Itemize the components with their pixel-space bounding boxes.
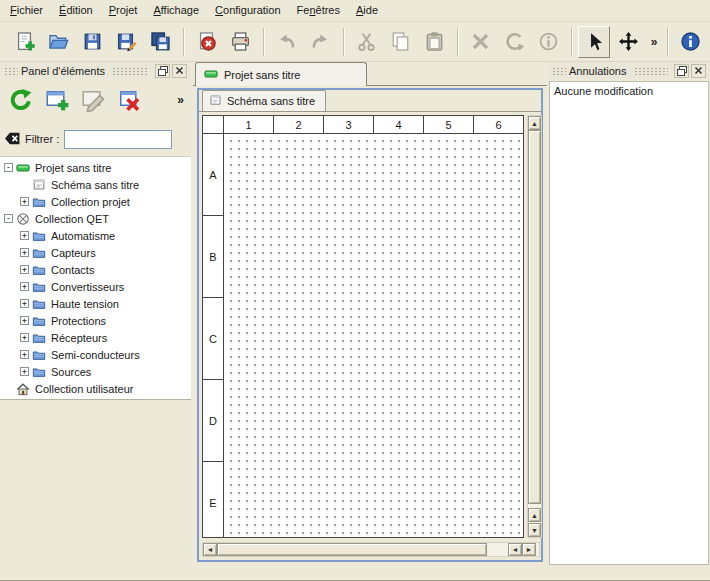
filter-input[interactable] bbox=[64, 130, 172, 149]
float-dock-icon[interactable] bbox=[155, 64, 170, 78]
tab-schema-sans-titre[interactable]: Schéma sans titre bbox=[202, 90, 326, 111]
panel-overflow-icon[interactable]: » bbox=[177, 93, 184, 107]
scroll-up-icon[interactable]: ▲ bbox=[528, 116, 541, 130]
new-document-icon bbox=[14, 31, 35, 52]
menu-fichier[interactable]: Fichier bbox=[2, 1, 51, 20]
tree-item-protections[interactable]: +Protections bbox=[0, 312, 191, 329]
menu-dition[interactable]: Édition bbox=[51, 1, 101, 20]
horizontal-scroll-thumb[interactable] bbox=[217, 543, 487, 556]
toolbar-overflow-icon[interactable]: » bbox=[646, 28, 662, 56]
tree-item-collection-projet[interactable]: +Collection projet bbox=[0, 193, 191, 210]
copy-button[interactable] bbox=[384, 26, 416, 58]
diagram-subwindow: Schéma sans titre 123456 ABCDE ▲ ▲ ▼ bbox=[197, 88, 543, 562]
qet-icon bbox=[16, 212, 30, 226]
dock-grip bbox=[634, 67, 669, 75]
menu-aide[interactable]: Aide bbox=[348, 1, 386, 20]
scroll-left-secondary-icon[interactable]: ◄ bbox=[508, 543, 522, 556]
cut-icon bbox=[356, 31, 377, 52]
new-document-button[interactable] bbox=[8, 26, 40, 58]
reload-collections-button[interactable] bbox=[5, 84, 37, 116]
expand-icon[interactable]: + bbox=[20, 231, 29, 240]
expand-icon[interactable]: + bbox=[20, 299, 29, 308]
expand-icon[interactable]: + bbox=[20, 316, 29, 325]
horizontal-scrollbar[interactable]: ◄ ◄ ► bbox=[202, 542, 540, 557]
menu-projet[interactable]: Projet bbox=[101, 1, 146, 20]
expand-icon[interactable]: + bbox=[20, 248, 29, 257]
diagram-grid[interactable] bbox=[224, 134, 523, 537]
clear-filter-icon[interactable] bbox=[4, 130, 21, 149]
expand-icon[interactable]: + bbox=[20, 350, 29, 359]
save-all-icon bbox=[150, 31, 171, 52]
undo-panel-dock: Annulations Aucune modification bbox=[548, 62, 710, 581]
tree-item-projet-sans-titre[interactable]: -Projet sans titre bbox=[0, 159, 191, 176]
save-all-button[interactable] bbox=[144, 26, 176, 58]
close-dock-icon[interactable] bbox=[691, 64, 706, 78]
menu-fen-tres[interactable]: Fenêtres bbox=[289, 1, 348, 20]
select-mode-button[interactable] bbox=[578, 26, 610, 58]
folder-icon bbox=[32, 348, 46, 362]
folder-icon bbox=[32, 229, 48, 243]
pan-mode-icon bbox=[618, 31, 639, 52]
save-as-button[interactable] bbox=[110, 26, 142, 58]
ruler-column-1: 1 bbox=[224, 116, 274, 133]
tree-item-sch-ma-sans-titre[interactable]: Schéma sans titre bbox=[0, 176, 191, 193]
elements-panel-titlebar[interactable]: Panel d'éléments bbox=[0, 62, 191, 79]
menu-configuration[interactable]: Configuration bbox=[207, 1, 288, 20]
new-element-button[interactable] bbox=[41, 84, 73, 116]
expand-icon[interactable]: + bbox=[20, 367, 29, 376]
undo-panel-titlebar[interactable]: Annulations bbox=[548, 62, 710, 79]
project-icon bbox=[16, 161, 32, 175]
menu-affichage[interactable]: Affichage bbox=[145, 1, 207, 20]
selection-info-button[interactable] bbox=[532, 26, 564, 58]
tree-item-sources[interactable]: +Sources bbox=[0, 363, 191, 380]
tree-item-capteurs[interactable]: +Capteurs bbox=[0, 244, 191, 261]
pan-mode-button[interactable] bbox=[612, 26, 644, 58]
open-project-button[interactable] bbox=[42, 26, 74, 58]
tab-projet-sans-titre[interactable]: Projet sans titre bbox=[195, 62, 367, 86]
vertical-scrollbar[interactable]: ▲ ▲ ▼ bbox=[527, 115, 542, 538]
tree-item-r-cepteurs[interactable]: +Récepteurs bbox=[0, 329, 191, 346]
tree-item-collection-qet[interactable]: -Collection QET bbox=[0, 210, 191, 227]
tree-item-label: Schéma sans titre bbox=[51, 179, 139, 191]
expand-icon[interactable]: + bbox=[20, 333, 29, 342]
schema-icon bbox=[209, 94, 222, 109]
about-qet-button[interactable] bbox=[674, 26, 706, 58]
collapse-icon[interactable]: - bbox=[4, 163, 13, 172]
tree-item-convertisseurs[interactable]: +Convertisseurs bbox=[0, 278, 191, 295]
expand-icon[interactable]: + bbox=[20, 265, 29, 274]
tree-item-contacts[interactable]: +Contacts bbox=[0, 261, 191, 278]
vertical-scroll-thumb[interactable] bbox=[528, 130, 541, 504]
toolbar-separator bbox=[457, 28, 459, 56]
tree-item-haute-tension[interactable]: +Haute tension bbox=[0, 295, 191, 312]
scroll-down-icon[interactable]: ▼ bbox=[528, 523, 541, 537]
scroll-right-icon[interactable]: ► bbox=[522, 543, 536, 556]
undo-button[interactable] bbox=[270, 26, 302, 58]
print-button[interactable] bbox=[224, 26, 256, 58]
menubar: FichierÉditionProjetAffichageConfigurati… bbox=[0, 0, 710, 22]
qet-icon bbox=[16, 212, 32, 226]
delete-button[interactable] bbox=[464, 26, 496, 58]
mdi-area: Schéma sans titre 123456 ABCDE ▲ ▲ ▼ bbox=[193, 87, 547, 581]
rotate-button[interactable] bbox=[498, 26, 530, 58]
tree-item-semi-conducteurs[interactable]: +Semi-conducteurs bbox=[0, 346, 191, 363]
tree-item-label: Protections bbox=[51, 315, 106, 327]
close-dock-icon[interactable] bbox=[172, 64, 187, 78]
float-dock-icon[interactable] bbox=[674, 64, 689, 78]
cut-button[interactable] bbox=[350, 26, 382, 58]
edit-element-button[interactable] bbox=[77, 84, 109, 116]
scroll-up-secondary-icon[interactable]: ▲ bbox=[528, 508, 541, 522]
schema-icon bbox=[32, 178, 46, 192]
tree-item-automatisme[interactable]: +Automatisme bbox=[0, 227, 191, 244]
expand-icon[interactable]: + bbox=[20, 282, 29, 291]
expand-icon[interactable]: + bbox=[20, 197, 29, 206]
tree-item-collection-utilisateur[interactable]: Collection utilisateur bbox=[0, 380, 191, 397]
delete-element-button[interactable] bbox=[113, 84, 145, 116]
save-button[interactable] bbox=[76, 26, 108, 58]
tree-item-label: Haute tension bbox=[51, 298, 119, 310]
paste-button[interactable] bbox=[418, 26, 450, 58]
redo-button[interactable] bbox=[304, 26, 336, 58]
scroll-left-icon[interactable]: ◄ bbox=[203, 543, 217, 556]
close-file-button[interactable] bbox=[190, 26, 222, 58]
collapse-icon[interactable]: - bbox=[4, 214, 13, 223]
folder-icon bbox=[32, 314, 46, 328]
